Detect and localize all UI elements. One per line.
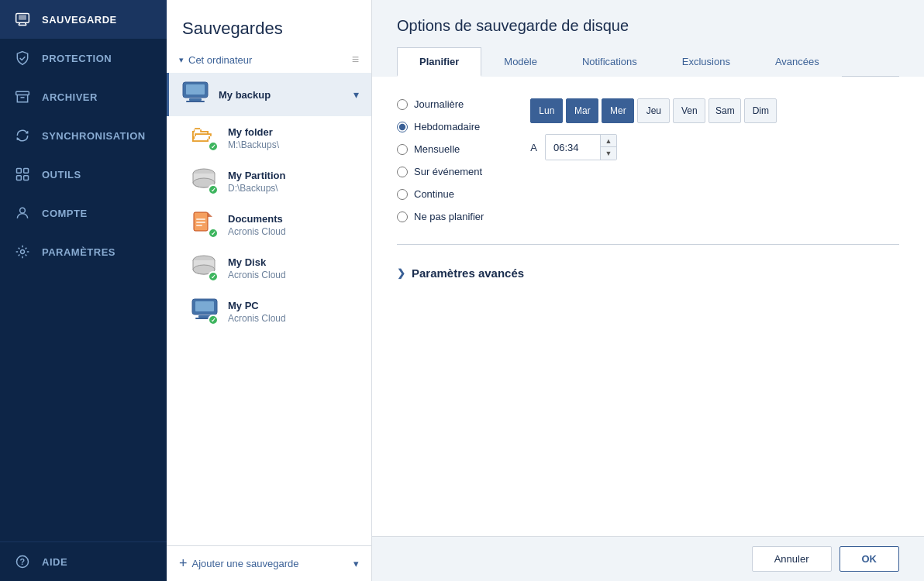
backup-item-icon-my-disk: ✓ [191,254,219,282]
backup-item-info-documents: Documents Acronis Cloud [228,213,359,237]
day-btn-dim[interactable]: Dim [744,98,777,123]
backup-item-my-partition[interactable]: ✓ My Partition D:\Backups\ [167,160,371,203]
svg-point-7 [20,208,26,213]
sidebar-item-parametres[interactable]: PARAMÈTRES [0,232,167,271]
tab-exclusions[interactable]: Exclusions [660,47,753,77]
radio-ne-pas-planifier[interactable]: Ne pas planifier [397,211,484,222]
backup-item-documents[interactable]: ✓ Documents Acronis Cloud [167,203,371,246]
sidebar-item-compte[interactable]: COMPTE [0,194,167,232]
tab-avancees[interactable]: Avancées [753,47,842,77]
computer-section[interactable]: ▾ Cet ordinateur ≡ [167,46,371,73]
sidebar-item-aide[interactable]: ? AIDE [0,542,167,581]
backup-item-my-backup[interactable]: My backup ▾ [167,73,371,116]
advanced-section[interactable]: ❯ Paramètres avancés [397,266,899,280]
radio-input-continue[interactable] [397,189,408,200]
radio-input-hebdomadaire[interactable] [397,122,408,132]
advanced-chevron-icon: ❯ [397,267,405,279]
day-btn-sam[interactable]: Sam [709,98,741,123]
radio-label-continue: Continue [414,188,454,200]
sidebar-label-archiver: ARCHIVER [42,91,98,103]
radio-label-journaliere: Journalière [414,98,464,110]
computer-menu-icon[interactable]: ≡ [352,53,359,67]
radio-input-mensuelle[interactable] [397,144,408,155]
backup-item-icon-documents: ✓ [191,211,219,239]
sidebar-item-protection[interactable]: PROTECTION [0,39,167,77]
radio-sur-evenement[interactable]: Sur événement [397,166,484,177]
sidebar-label-protection: PROTECTION [42,53,112,64]
backup-panel-header: Sauvegardes [167,0,371,46]
svg-rect-3 [17,169,22,174]
add-backup-arrow: ▾ [353,558,359,569]
sidebar-item-outils[interactable]: OUTILS [0,155,167,194]
backup-item-path-documents: Acronis Cloud [228,226,359,237]
radio-label-hebdomadaire: Hebdomadaire [414,121,480,132]
backup-item-my-pc[interactable]: ✓ My PC Acronis Cloud [167,290,371,333]
ok-button[interactable]: OK [840,546,900,572]
svg-rect-21 [196,225,202,226]
tabs: Planifier Modèle Notifications Exclusion… [397,47,899,77]
svg-rect-19 [196,218,205,220]
archive-icon [14,88,31,105]
add-backup-label: Ajouter une sauvegarde [192,558,299,569]
svg-rect-13 [189,98,202,101]
backup-item-expand-my-backup[interactable]: ▾ [353,88,359,101]
backup-item-my-disk[interactable]: ✓ My Disk Acronis Cloud [167,246,371,290]
backup-item-name-my-pc: My PC [228,300,359,311]
day-btn-mer[interactable]: Mer [602,98,634,123]
radio-input-ne-pas-planifier[interactable] [397,211,408,222]
computer-chevron-icon: ▾ [179,55,184,65]
sidebar-item-archiver[interactable]: ARCHIVER [0,77,167,116]
radio-mensuelle[interactable]: Mensuelle [397,143,484,155]
time-arrows: ▲ ▼ [600,135,616,160]
time-row: A ▲ ▼ [530,134,777,160]
account-icon [14,205,31,222]
tools-icon [14,166,31,183]
backup-item-icon-my-folder: 🗁 ✓ [191,124,219,152]
radio-label-sur-evenement: Sur événement [414,166,482,177]
radio-input-sur-evenement[interactable] [397,167,408,177]
time-up-button[interactable]: ▲ [601,135,616,147]
status-badge-my-pc: ✓ [208,315,219,325]
svg-rect-2 [16,91,29,95]
sidebar: SAUVEGARDE PROTECTION ARCHIVER SYNCHRONI… [0,0,167,581]
sidebar-item-synchronisation[interactable]: SYNCHRONISATION [0,116,167,155]
svg-marker-18 [208,212,212,217]
tab-notifications[interactable]: Notifications [560,47,660,77]
time-label: A [530,142,537,153]
time-input[interactable] [546,135,600,160]
radio-continue[interactable]: Continue [397,188,484,200]
cancel-button[interactable]: Annuler [752,546,832,572]
radio-journaliere[interactable]: Journalière [397,98,484,110]
backup-item-my-folder[interactable]: 🗁 ✓ My folder M:\Backups\ [167,116,371,160]
tab-modele[interactable]: Modèle [481,47,560,77]
svg-rect-6 [24,176,29,180]
svg-rect-5 [17,176,22,180]
svg-rect-25 [195,301,214,311]
day-btn-jeu[interactable]: Jeu [637,98,670,123]
backup-item-path-my-disk: Acronis Cloud [228,270,359,280]
day-btn-lun[interactable]: Lun [530,98,563,123]
svg-rect-20 [196,222,205,223]
backup-panel-footer[interactable]: + Ajouter une sauvegarde ▾ [167,545,371,581]
time-down-button[interactable]: ▼ [601,147,616,160]
status-badge-my-disk: ✓ [208,271,219,282]
page-title: Options de sauvegarde de disque [397,17,899,35]
sync-icon [14,127,31,144]
day-btn-mar[interactable]: Mar [566,98,598,123]
backup-panel-title: Sauvegardes [182,19,356,39]
backup-item-info-my-folder: My folder M:\Backups\ [228,126,359,150]
status-badge-my-folder: ✓ [208,141,219,152]
radio-hebdomadaire[interactable]: Hebdomadaire [397,121,484,132]
sidebar-label-outils: OUTILS [42,169,81,180]
day-btn-ven[interactable]: Ven [673,98,705,123]
backup-item-icon-my-pc: ✓ [191,297,219,325]
divider [397,244,899,245]
time-input-wrapper: ▲ ▼ [545,134,617,160]
sidebar-label-sauvegarde: SAUVEGARDE [42,14,117,26]
tab-planifier[interactable]: Planifier [397,47,481,77]
backup-item-path-my-pc: Acronis Cloud [228,313,359,324]
content-area: Options de sauvegarde de disque Planifie… [372,0,924,581]
sidebar-item-sauvegarde[interactable]: SAUVEGARDE [0,0,167,39]
radio-input-journaliere[interactable] [397,99,408,110]
sidebar-label-compte: COMPTE [42,208,88,219]
